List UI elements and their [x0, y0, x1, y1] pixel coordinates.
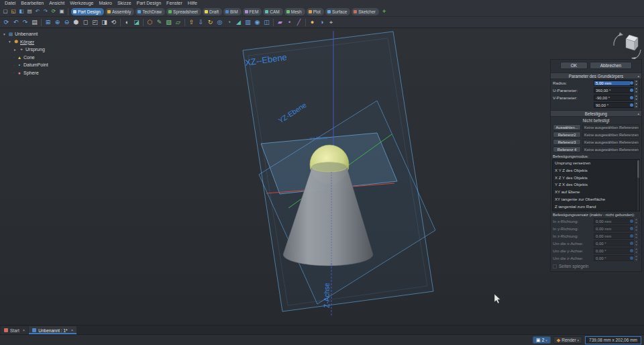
edit-sketch-icon[interactable]: ▨: [164, 18, 173, 27]
workbench-tab-fem[interactable]: FEM: [243, 8, 262, 15]
create-body-icon[interactable]: ⬡: [146, 18, 154, 27]
rotate-view-icon[interactable]: ⟲: [109, 18, 118, 27]
polar-pattern-icon[interactable]: ◉: [253, 18, 262, 27]
view-right-icon[interactable]: ◨: [100, 18, 109, 27]
tab-unbenannt[interactable]: Unbenannt : 1* ×: [29, 326, 76, 334]
expression-icon[interactable]: [630, 89, 633, 92]
scrollbar[interactable]: [636, 160, 639, 211]
rotate-z-input[interactable]: 0,00 °: [594, 255, 639, 261]
view-top-icon[interactable]: ◰: [91, 18, 99, 27]
menu-makro[interactable]: Makro: [96, 0, 114, 7]
map-sketch-icon[interactable]: ▱: [174, 18, 182, 27]
add-workbench-button[interactable]: +: [380, 8, 388, 15]
menu-hilfe[interactable]: Hilfe: [185, 0, 200, 7]
zoom-in-icon[interactable]: ⊕: [53, 18, 62, 27]
menu-ansicht[interactable]: Ansicht: [46, 0, 67, 7]
mode-item[interactable]: XY auf Ebene: [553, 189, 639, 196]
datum-point-icon[interactable]: •: [285, 18, 294, 27]
paste-icon[interactable]: ▤: [30, 18, 39, 27]
collapse-icon[interactable]: ▴: [637, 111, 639, 115]
spinner-arrows[interactable]: [634, 80, 639, 86]
tree-item-body[interactable]: ▾ ⬢ Körper: [2, 38, 48, 46]
offset-y-input[interactable]: 0,00 mm: [594, 226, 639, 232]
menu-werkzeuge[interactable]: Werkzeuge: [67, 0, 96, 7]
view-isometric-icon[interactable]: ⬢: [72, 18, 80, 27]
reference4-button[interactable]: Referenz 4: [553, 146, 581, 152]
menu-part-design[interactable]: Part Design: [134, 0, 164, 7]
chevron-down-icon[interactable]: ▾: [7, 40, 12, 44]
offset-z-input[interactable]: 0,00 mm: [594, 233, 639, 239]
linear-pattern-icon[interactable]: ▥: [244, 18, 252, 27]
redo-icon[interactable]: ↷: [21, 18, 30, 27]
menu-skizze[interactable]: Skizze: [115, 0, 134, 7]
section-primitive-parameters[interactable]: Parameter des Grundkörpers ▴: [551, 72, 641, 79]
section-attachment[interactable]: Befestigung ▴: [551, 110, 641, 117]
undo-icon[interactable]: ↶: [34, 8, 41, 15]
primitive-sphere-icon[interactable]: ●: [308, 18, 317, 27]
undo-icon[interactable]: ↶: [11, 18, 20, 27]
rotate-x-input[interactable]: 0,00 °: [594, 240, 639, 246]
datum-plane-icon[interactable]: ▰: [276, 18, 284, 27]
workbench-tab-plot[interactable]: Plot: [307, 8, 324, 15]
cancel-button[interactable]: Abbrechen: [590, 62, 632, 69]
v-parameter-min-input[interactable]: -90,00 °: [594, 95, 639, 101]
mode-item[interactable]: XY tangente zur Oberfläche: [553, 196, 639, 203]
workbench-tab-cam[interactable]: CAM: [263, 8, 282, 15]
view-count-button[interactable]: ▣ 2 ▾: [533, 336, 551, 344]
tree-item-cone[interactable]: · ▲ Cone: [2, 54, 48, 62]
v-parameter-max-input[interactable]: 90,00 °: [594, 102, 639, 108]
expression-icon[interactable]: [630, 81, 633, 85]
mode-item[interactable]: Ursprung versetzen: [553, 160, 639, 167]
tree-item-sphere[interactable]: · ● Sphere: [2, 69, 48, 77]
print-icon[interactable]: ▤: [26, 8, 33, 15]
datum-line-icon[interactable]: ╱: [294, 18, 303, 27]
zoom-out-icon[interactable]: ⊖: [62, 18, 71, 27]
mode-item[interactable]: Y Z X des Objekts: [553, 181, 639, 189]
tree-item-datumpoint[interactable]: · • DatumPoint: [2, 61, 48, 69]
chamfer-icon[interactable]: ◢: [234, 18, 243, 27]
view-front-icon[interactable]: ◻: [81, 18, 90, 27]
render-button[interactable]: ◆ Render ▾: [553, 336, 582, 344]
mode-item[interactable]: Z tangential zum Rand: [553, 203, 639, 211]
close-icon[interactable]: ×: [70, 328, 74, 332]
new-file-icon[interactable]: ▢: [2, 8, 9, 15]
workbench-tab-surface[interactable]: Surface: [325, 8, 350, 15]
u-parameter-input[interactable]: 360,00 °: [594, 87, 639, 93]
chevron-right-icon[interactable]: ▸: [13, 48, 17, 52]
mirrored-icon[interactable]: ◫: [262, 18, 271, 27]
workbench-tab-spreadsheet[interactable]: Spreadsheet: [166, 8, 201, 15]
ok-button[interactable]: OK: [560, 62, 588, 69]
spinner-arrows[interactable]: [634, 95, 639, 101]
menu-fenster[interactable]: Fenster: [164, 0, 185, 7]
scrollbar-thumb[interactable]: [637, 160, 640, 178]
workbench-tab-part-design[interactable]: Part Design: [71, 8, 104, 15]
3d-viewport[interactable]: XZ--Ebene YZ-Ebene XY-Ebene Z-Achse: [0, 28, 644, 325]
draw-style-icon[interactable]: ◐: [123, 18, 131, 27]
mode-item[interactable]: X Y Z des Objekts: [553, 167, 639, 175]
save-file-icon[interactable]: ◧: [18, 8, 25, 15]
refresh-icon[interactable]: ⟳: [50, 8, 57, 15]
revolution-icon[interactable]: ↻: [206, 18, 215, 27]
groove-icon[interactable]: ◎: [215, 18, 224, 27]
reference2-button[interactable]: Referenz2: [553, 132, 581, 138]
menu-datei[interactable]: Datei: [2, 0, 18, 7]
tree-item-document[interactable]: ▾ ▤ Unbenannt: [2, 30, 48, 38]
spinner-arrows[interactable]: [634, 87, 639, 93]
copy-icon[interactable]: ▣: [58, 8, 65, 15]
rotate-y-input[interactable]: 0,00 °: [594, 248, 639, 254]
tree-item-origin[interactable]: ▸ ⌖ Ursprung: [2, 46, 48, 54]
tab-start[interactable]: Start ×: [1, 326, 28, 334]
workbench-tab-mesh[interactable]: Mesh: [284, 8, 305, 15]
clipping-plane-icon[interactable]: ◪: [132, 18, 141, 27]
attachment-mode-list[interactable]: Ursprung versetzen X Y Z des Objekts X Z…: [552, 159, 640, 211]
fit-all-icon[interactable]: ⊞: [44, 18, 52, 27]
expression-icon[interactable]: [630, 103, 633, 107]
open-file-icon[interactable]: ◱: [10, 8, 17, 15]
select-reference-button[interactable]: Auswählen...: [553, 124, 581, 130]
pocket-icon[interactable]: ⇩: [197, 18, 205, 27]
offset-x-input[interactable]: 0,00 mm: [594, 218, 639, 224]
flip-sides-checkbox[interactable]: [553, 264, 557, 268]
measure-icon[interactable]: ⌖: [327, 18, 335, 27]
chevron-down-icon[interactable]: ▾: [2, 32, 7, 36]
workbench-tab-draft[interactable]: Draft: [203, 8, 222, 15]
